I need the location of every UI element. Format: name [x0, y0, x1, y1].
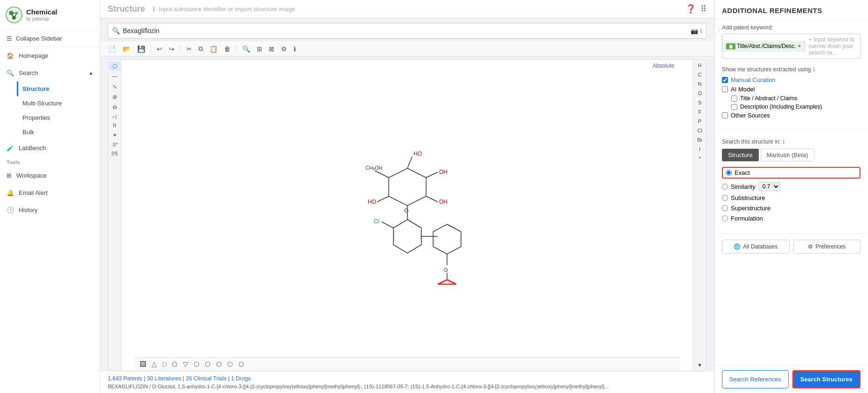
info-icon[interactable]: ℹ — [700, 28, 702, 34]
keyword-select[interactable]: 📋 Title/Abst./Claims/Desc. ÷ — [722, 41, 805, 52]
arrow-button[interactable]: ▽ — [182, 359, 189, 369]
bracket-tool[interactable]: ⌐| — [109, 113, 120, 121]
new-file-button[interactable]: 📄 — [106, 44, 119, 54]
hex3-button[interactable]: ⬡ — [215, 359, 223, 369]
similarity-select[interactable]: 0.7 0.8 0.9 — [758, 182, 780, 191]
keyword-input[interactable]: + Input keyword to narrow down your sear… — [805, 34, 860, 58]
sidebar-item-bulk[interactable]: Bulk — [17, 125, 100, 139]
tab-structure[interactable]: Structure — [722, 149, 759, 161]
structure-search-input[interactable] — [123, 27, 688, 34]
help-icon[interactable]: ❓ — [686, 4, 696, 14]
superstructure-radio-row: Superstructure — [722, 205, 861, 212]
grid-toggle-button[interactable]: ⊠ — [266, 44, 277, 54]
redo-button[interactable]: ↪ — [167, 44, 177, 54]
sidebar-item-labbench[interactable]: 🧪 LabBench — [0, 139, 100, 157]
title-abstract-checkbox[interactable] — [731, 96, 737, 102]
r-group-tool[interactable]: R — [109, 122, 120, 130]
cut-button[interactable]: ✂ — [184, 44, 194, 54]
other-sources-checkbox[interactable] — [722, 112, 728, 118]
absolute-label: Absolute — [652, 62, 674, 69]
zoom-out-tool[interactable]: ⊖ — [109, 103, 120, 112]
preferences-button[interactable]: ⚙ Preferences — [793, 240, 861, 254]
pentagon-button[interactable]: ⬠ — [170, 359, 179, 369]
other-sources-row: Other Sources — [722, 112, 861, 119]
zoom-in-tool[interactable]: ⊕ — [109, 92, 120, 102]
drugs-link[interactable]: 1 Drugs — [231, 375, 251, 382]
stereo-tool[interactable]: ✶ — [109, 131, 120, 140]
paste-button[interactable]: 📋 — [207, 44, 220, 54]
exact-radio[interactable] — [726, 170, 732, 176]
search-references-button[interactable]: Search References — [722, 370, 789, 388]
settings-button[interactable]: ⚙ — [279, 44, 289, 54]
formulation-radio[interactable] — [722, 215, 728, 221]
sidebar-item-properties[interactable]: Properties — [17, 110, 100, 125]
hex4-button[interactable]: ⬡ — [226, 359, 234, 369]
chain-tool[interactable]: ∿ — [109, 82, 120, 91]
camera-icon[interactable]: 📷 — [691, 28, 698, 34]
label-N[interactable]: N — [698, 80, 702, 88]
label-wildcard[interactable]: * — [699, 155, 700, 162]
svg-text:OH: OH — [439, 199, 448, 205]
structures-info-icon[interactable]: ℹ — [813, 66, 815, 73]
grid-icon[interactable]: ⠿ — [700, 4, 707, 14]
clinical-trials-link[interactable]: 26 Clinical Trials — [186, 375, 226, 382]
hydrogen-tool[interactable]: [H] — [109, 150, 120, 158]
delete-button[interactable]: 🗑 — [222, 44, 233, 54]
save-button[interactable]: 💾 — [135, 44, 147, 54]
hex5-button[interactable]: ⬡ — [237, 359, 245, 369]
molecule-structure-svg: HO OH OH HO O CH₂OH — [319, 140, 496, 290]
search-in-info-icon[interactable]: ℹ — [783, 138, 785, 145]
label-F[interactable]: F — [698, 108, 701, 116]
manual-curation-checkbox[interactable] — [722, 77, 728, 83]
superstructure-radio[interactable] — [722, 205, 728, 211]
ai-model-checkbox[interactable] — [722, 86, 728, 92]
description-checkbox[interactable] — [731, 104, 737, 110]
label-Cl[interactable]: Cl — [697, 127, 702, 134]
patents-link[interactable]: 1,643 Patents — [108, 375, 142, 382]
layout-button[interactable]: ⊞ — [254, 44, 265, 54]
structures-section: Show me structures extracted using ℹ Man… — [714, 66, 868, 126]
molecule-canvas[interactable]: Absolute HO OH OH HO O — [121, 60, 693, 371]
sidebar-item-homepage[interactable]: 🏠 Homepage — [0, 47, 100, 64]
structure-label: Structure — [22, 85, 49, 92]
all-databases-button[interactable]: 🌐 All Databases — [722, 240, 790, 254]
search-in-label: Search this structure in: ℹ — [722, 138, 861, 145]
undo-button[interactable]: ↩ — [154, 44, 165, 54]
label-I[interactable]: I — [699, 145, 700, 153]
help-toolbar-button[interactable]: ℹ — [291, 44, 298, 54]
label-H[interactable]: H — [698, 62, 702, 69]
similarity-radio[interactable] — [722, 184, 728, 190]
label-C[interactable]: C — [698, 71, 702, 78]
image-button[interactable]: 🖼 — [138, 359, 147, 369]
sidebar-item-email-alert[interactable]: 🔔 Email Alert — [0, 184, 100, 201]
search-buttons-row: Search References Search Structures — [714, 365, 868, 393]
sidebar-item-multi-structure[interactable]: Multi-Structure — [17, 96, 100, 110]
homepage-label: Homepage — [19, 52, 49, 59]
triangle-button[interactable]: △ — [150, 359, 158, 369]
label-S[interactable]: S — [698, 99, 701, 106]
label-O[interactable]: O — [698, 90, 702, 97]
sidebar-item-workspace[interactable]: ⊞ Workspace — [0, 167, 100, 184]
open-button[interactable]: 📂 — [120, 44, 133, 54]
sgroup-tool[interactable]: .S* — [109, 141, 120, 149]
bond-tool[interactable]: — — [109, 72, 120, 81]
search-structures-button[interactable]: Search Structures — [792, 370, 861, 388]
sidebar-item-history[interactable]: 🕐 History — [0, 201, 100, 219]
history-icon: 🕐 — [7, 207, 14, 214]
label-Br[interactable]: Br — [697, 136, 702, 144]
collapse-sidebar-button[interactable]: ☰ Collapse Sidebar — [0, 30, 100, 47]
copy-button[interactable]: ⧉ — [196, 43, 205, 54]
tab-markush[interactable]: Markush (Beta) — [761, 149, 814, 161]
hint-text: Input substance identifier or import str… — [159, 6, 295, 13]
hex2-button[interactable]: ⬡ — [203, 359, 212, 369]
select-tool[interactable]: ⬡ — [109, 62, 120, 71]
literatures-link[interactable]: 30 Literatures — [147, 375, 181, 382]
hex1-button[interactable]: ⬡ — [192, 359, 201, 369]
sidebar-item-search[interactable]: 🔍 Search ▲ — [0, 64, 100, 82]
label-P[interactable]: P — [698, 117, 701, 125]
scroll-down-icon[interactable]: ▼ — [697, 361, 702, 369]
zoom-button[interactable]: 🔍 — [240, 44, 252, 54]
rect-button[interactable]: □ — [161, 359, 168, 369]
substructure-radio[interactable] — [722, 195, 728, 201]
sidebar-item-structure[interactable]: Structure — [17, 82, 100, 96]
